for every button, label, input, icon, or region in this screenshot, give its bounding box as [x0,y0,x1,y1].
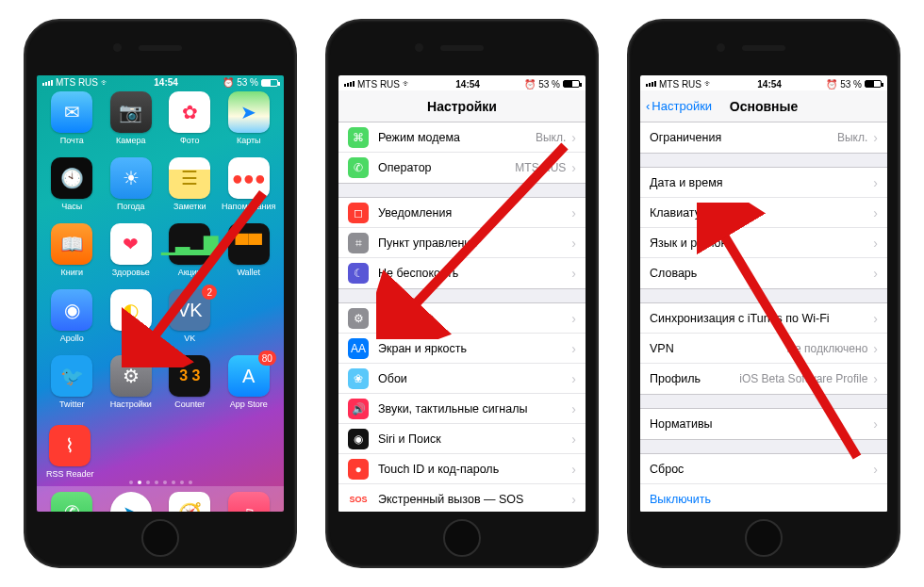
app-label: App Store [230,399,268,409]
app-reminders[interactable]: ●●●Напоминания [220,157,279,223]
battery-pct: 53 % [840,79,862,90]
row-control[interactable]: ⌗Пункт управления› [338,228,586,258]
dock-telegram[interactable]: ➤ [110,492,152,512]
chevron-right-icon: › [873,416,878,432]
row-Сброс[interactable]: Сброс› [640,454,887,484]
app-twitter[interactable]: 🐦Twitter [42,355,102,421]
row-Язык и регион[interactable]: Язык и регион› [640,228,887,258]
app-books[interactable]: 📖Книги [42,223,102,289]
chevron-right-icon: › [571,462,576,477]
touchid-icon: ● [348,459,369,480]
app-health[interactable]: ❤︎Здоровье [102,223,161,289]
row-label: Профиль [650,372,739,385]
row-moon[interactable]: ☾Не беспокоить› [338,258,586,288]
chevron-right-icon: › [873,266,878,281]
chevron-right-icon: › [873,462,878,477]
nav-bar: ‹ Настройки Основные [640,90,887,122]
row-Синхронизация с iTunes по Wi-Fi[interactable]: Синхронизация с iTunes по Wi-Fi› [640,303,887,334]
home-screen[interactable]: MTS RUS ᯤ 14:54 ⏰ 53 % ✉︎Почта📷Камера✿Фо… [37,75,284,512]
app-camera[interactable]: 📷Камера [102,91,161,157]
app-clock[interactable]: 🕙Часы [42,157,102,223]
chevron-right-icon: › [873,236,878,251]
app-photos[interactable]: ✿Фото [160,91,220,157]
phone-home: MTS RUS ᯤ 14:54 ⏰ 53 % ✉︎Почта📷Камера✿Фо… [24,19,297,568]
row-label: Нормативы [650,417,871,431]
phone-general: MTS RUS ᯤ 14:54 ⏰ 53 % ‹ Настройки Основ… [627,19,900,568]
chevron-right-icon: › [571,492,576,507]
row-Выключить[interactable]: Выключить [640,484,887,512]
row-Профиль[interactable]: ПрофильiOS Beta Software Profile› [640,364,887,394]
home-button[interactable] [443,519,481,557]
chevron-right-icon: › [571,311,576,326]
row-wall[interactable]: ❀Обои› [338,364,586,394]
app-mail[interactable]: ✉︎Почта [42,91,102,157]
books-icon: 📖 [51,223,92,265]
row-siri[interactable]: ◉Siri и Поиск› [338,424,586,454]
app-notes[interactable]: ☰Заметки [160,157,220,223]
wallet-icon: ▀▀ [228,223,270,265]
app-label: Камера [116,136,145,145]
app-wallet[interactable]: ▀▀Wallet [220,223,279,289]
display-icon: AA [348,338,369,359]
row-label: Сброс [650,463,871,476]
row-general[interactable]: ⚙︎Основные› [338,303,586,334]
app-counter[interactable]: 3 3Counter [160,355,220,421]
row-Клавиатура[interactable]: Клавиатура› [640,198,887,228]
wifi-icon: ᯤ [704,79,713,89]
row-label: Выключить [650,493,878,506]
row-display[interactable]: AAЭкран и яркость› [338,334,586,364]
wall-icon: ❀ [348,368,369,389]
app-apollo[interactable]: ◉Apollo [42,289,102,355]
row-phone[interactable]: ✆ОператорMTS RUS› [338,153,586,183]
row-label: Язык и регион [650,236,871,250]
row-sound[interactable]: 🔊Звуки, тактильные сигналы› [338,394,586,424]
row-Ограничения[interactable]: ОграниченияВыкл.› [640,122,887,153]
carrier-label: MTS RUS [357,79,400,90]
siri-icon: ◉ [348,429,369,449]
dock-music[interactable]: ♫ [228,492,270,512]
row-VPN[interactable]: VPNНе подключено› [640,334,887,364]
chevron-right-icon: › [873,130,878,145]
row-Нормативы[interactable]: Нормативы› [640,409,887,439]
page-indicator[interactable] [37,479,284,486]
app-maps[interactable]: ➤Карты [220,91,279,157]
app-label: Фото [180,136,200,145]
chevron-right-icon: › [571,160,576,175]
chevron-right-icon: › [873,205,878,220]
row-label: Дата и время [650,176,871,189]
home-button[interactable] [141,519,179,557]
reminders-icon: ●●● [228,157,270,199]
app-weather[interactable]: ☀︎Погода [102,157,161,223]
app-stocks[interactable]: ▁▃▂▇Акции [160,223,220,289]
row-Словарь[interactable]: Словарь› [640,258,887,288]
app-rss[interactable]: ⌇RSS Reader [46,425,94,479]
stocks-icon: ▁▃▂▇ [169,223,210,265]
apollo-icon: ◉ [51,289,92,331]
back-button[interactable]: ‹ Настройки [646,99,712,113]
row-sos[interactable]: SOSЭкстренный вызов — SOS› [338,484,586,512]
battery-pct: 53 % [538,79,560,90]
clock-icon: 🕙 [51,157,92,199]
dock-phone[interactable]: ✆ [51,492,92,512]
row-notif[interactable]: ◻︎Уведомления› [338,198,586,228]
row-Дата и время[interactable]: Дата и время› [640,168,887,198]
chevron-right-icon: › [873,341,878,356]
row-green-chain[interactable]: ⌘Режим модемаВыкл.› [338,122,586,153]
home-button[interactable] [745,519,783,557]
dock-safari[interactable]: 🧭 [169,492,210,512]
app-vk[interactable]: VK2VK [160,289,220,355]
general-list[interactable]: ОграниченияВыкл.›Дата и время›Клавиатура… [640,122,887,512]
row-touchid[interactable]: ●Touch ID и код-пароль› [338,454,586,484]
app-label: Погода [117,202,145,211]
app-label: Wallet [237,268,260,277]
back-label: Настройки [652,99,712,113]
nav-title: Основные [730,99,799,114]
sound-icon: 🔊 [348,399,369,419]
app-appstore[interactable]: A80App Store [220,355,279,421]
app-settings[interactable]: ⚙︎Настройки [102,355,161,421]
settings-list[interactable]: ⌘Режим модемаВыкл.›✆ОператорMTS RUS›◻︎Ув… [338,122,586,512]
battery-icon [865,80,882,88]
app-label: Акции [178,268,202,277]
row-label: Синхронизация с iTunes по Wi-Fi [650,312,871,325]
app-yadisk[interactable]: ◐Disk [102,289,161,355]
